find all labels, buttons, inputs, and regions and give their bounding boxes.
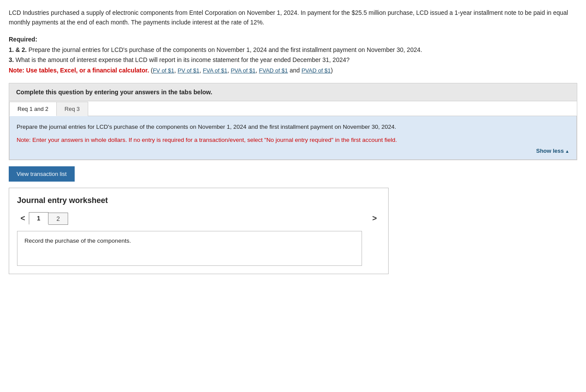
link-fvad[interactable]: FVAD of $1 <box>259 67 288 74</box>
view-transaction-list-button[interactable]: View transaction list <box>9 166 75 182</box>
nav-right-arrow[interactable]: > <box>369 212 380 225</box>
record-text: Record the purchase of the components. <box>24 237 131 244</box>
show-less-container: Show less <box>17 147 569 154</box>
req-item1-text: Prepare the journal entries for LCD's pu… <box>28 46 422 53</box>
tab-req-3[interactable]: Req 3 <box>56 102 88 116</box>
link-fv[interactable]: FV of $1 <box>153 67 174 74</box>
tab-req-1-and-2[interactable]: Req 1 and 2 <box>9 102 57 116</box>
required-label: Required: <box>9 36 37 43</box>
record-box: Record the purchase of the components. <box>17 231 362 266</box>
link-pvad[interactable]: PVAD of $1 <box>301 67 331 74</box>
nav-left-arrow[interactable]: < <box>17 212 29 225</box>
req-item3-text: What is the amount of interest expense t… <box>16 56 350 63</box>
intro-paragraph: LCD Industries purchased a supply of ele… <box>9 8 577 28</box>
req-item3-number: 3. <box>9 56 14 63</box>
tabs-container: Req 1 and 2 Req 3 Prepare the journal en… <box>9 101 577 160</box>
tab-content-note: Note: Enter your answers in whole dollar… <box>17 135 569 145</box>
worksheet-nav: < 1 2 > <box>17 212 380 225</box>
tabs-row: Req 1 and 2 Req 3 <box>9 101 577 116</box>
required-section: Required: 1. & 2. Prepare the journal en… <box>9 34 577 76</box>
complete-banner: Complete this question by entering your … <box>9 83 577 101</box>
show-less-link[interactable]: Show less <box>536 148 569 154</box>
links-row: (FV of $1, PV of $1, FVA of $1, PVA of $… <box>151 67 333 74</box>
note-red: Note: Use tables, Excel, or a financial … <box>9 67 149 74</box>
journal-title: Journal entry worksheet <box>17 196 380 205</box>
page-tab-2[interactable]: 2 <box>48 213 68 225</box>
link-fva[interactable]: FVA of $1 <box>203 67 227 74</box>
page-tab-1[interactable]: 1 <box>29 212 49 225</box>
tab-content-main-text: Prepare the journal entries for LCD's pu… <box>17 122 569 132</box>
tab-content: Prepare the journal entries for LCD's pu… <box>9 116 577 160</box>
link-pva[interactable]: PVA of $1 <box>231 67 255 74</box>
journal-entry-worksheet: Journal entry worksheet < 1 2 > Record t… <box>9 188 389 274</box>
link-pv[interactable]: PV of $1 <box>178 67 200 74</box>
req-item1-number: 1. & 2. <box>9 46 27 53</box>
